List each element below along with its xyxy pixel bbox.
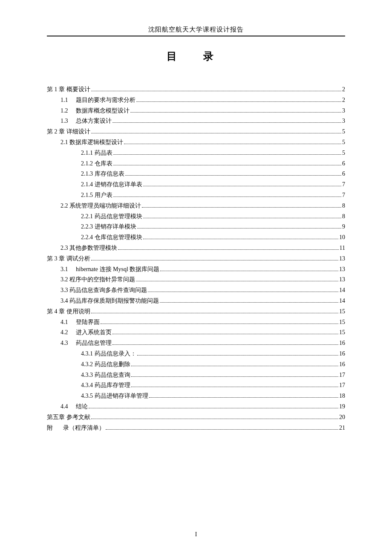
toc-entry-page: 17 (339, 380, 345, 390)
toc-leader-dots (113, 197, 342, 197)
toc-entry: 2.1 数据库逻辑模型设计5 (47, 137, 345, 147)
header-rule (47, 35, 345, 37)
toc-entry-label: 2.1.2 仓库表 (81, 159, 112, 169)
toc-entry-page: 5 (342, 148, 345, 158)
toc-entry-label: 2.1.4 进销存信息详单表 (81, 179, 142, 190)
toc-entry-label: 第 4 章 使用说明 (47, 306, 90, 317)
toc-leader-dots (142, 207, 341, 208)
toc-entry-label: 4.1登陆界面 (61, 317, 100, 327)
toc-entry-page: 18 (339, 391, 345, 401)
toc-entry-label: 4.3药品信息管理 (61, 338, 112, 348)
page-number: I (0, 531, 392, 538)
toc-entry: 3.2 程序中的空指针异常问题13 (47, 275, 345, 285)
toc-leader-dots (113, 154, 342, 155)
document-page: 沈阳航空航天大学课程设计报告 目 录 第 1 章 概要设计21.1题目的要求与需… (0, 0, 392, 450)
toc-entry-label: 4.4结论 (61, 402, 88, 412)
toc-entry-page: 8 (342, 211, 345, 222)
toc-entry-page: 2 (342, 95, 345, 105)
toc-entry-page: 13 (339, 275, 345, 285)
toc-leader-dots (112, 334, 338, 334)
toc-leader-dots (112, 344, 338, 345)
toc-entry-page: 7 (342, 179, 345, 190)
toc-entry: 第五章 参考文献20 (47, 412, 345, 422)
toc-entry-page: 14 (339, 296, 345, 306)
toc-title: 目 录 (47, 49, 345, 63)
toc-entry-page: 9 (342, 222, 345, 232)
toc-entry-page: 15 (339, 306, 345, 317)
toc-leader-dots (160, 302, 338, 303)
toc-leader-dots (131, 366, 339, 366)
toc-entry-page: 6 (342, 159, 345, 169)
toc-entry: 2.2.1 药品信息管理模块8 (47, 211, 345, 222)
toc-leader-dots (91, 260, 339, 260)
toc-leader-dots (91, 313, 339, 313)
toc-entry: 第 1 章 概要设计2 (47, 84, 345, 95)
toc-entry-label: 4.3.5 药品进销存详单管理 (81, 391, 148, 401)
toc-leader-dots (125, 175, 342, 176)
toc-entry: 2.2.4 仓库信息管理模块10 (47, 232, 345, 243)
toc-entry-page: 5 (342, 137, 345, 147)
toc-entry: 1.1题目的要求与需求分析2 (47, 95, 345, 105)
toc-entry: 2.3 其他参数管理模块11 (47, 243, 345, 253)
toc-entry-page: 8 (342, 201, 345, 211)
toc-entry-page: 21 (339, 423, 345, 433)
toc-entry-page: 13 (339, 264, 345, 275)
toc-entry-label: 1.2数据库概念模型设计 (61, 106, 130, 116)
toc-entry-label: 4.3.4 药品库存管理 (81, 380, 130, 390)
toc-entry: 4.4结论19 (47, 402, 345, 412)
toc-leader-dots (118, 249, 339, 250)
toc-entry-label: 第 1 章 概要设计 (47, 84, 90, 95)
toc-entry: 附录（程序清单）21 (47, 423, 345, 433)
toc-leader-dots (91, 419, 339, 419)
toc-entry: 1.3总体方案设计3 (47, 116, 345, 126)
toc-entry: 第 2 章 详细设计5 (47, 127, 345, 137)
toc-leader-dots (112, 122, 341, 123)
toc-leader-dots (91, 133, 342, 133)
toc-entry-label: 4.3.3 药品信息查询 (81, 370, 130, 380)
toc-entry: 4.3.3 药品信息查询17 (47, 370, 345, 380)
toc-leader-dots (148, 292, 338, 292)
toc-entry-page: 20 (339, 412, 345, 422)
toc-entry: 2.1.5 用户表7 (47, 190, 345, 200)
toc-entry-label: 第 3 章 调试分析 (47, 254, 90, 264)
toc-entry: 2.1.1 药品表5 (47, 148, 345, 158)
toc-entry-label: 第五章 参考文献 (47, 412, 90, 422)
toc-entry: 3.4 药品库存保质期到期报警功能问题14 (47, 296, 345, 306)
toc-entry-page: 6 (342, 169, 345, 179)
toc-leader-dots (131, 376, 339, 377)
toc-entry: 4.3.5 药品进销存详单管理18 (47, 391, 345, 401)
toc-entry: 2.1.2 仓库表6 (47, 159, 345, 169)
toc-entry: 1.2数据库概念模型设计3 (47, 106, 345, 116)
toc-entry: 4.3.4 药品库存管理17 (47, 380, 345, 390)
toc-leader-dots (143, 218, 342, 218)
toc-entry-page: 14 (339, 285, 345, 295)
toc-leader-dots (136, 281, 338, 281)
toc-entry-page: 13 (339, 254, 345, 264)
toc-leader-dots (137, 355, 339, 356)
toc-entry: 3.1hibernate 连接 Mysql 数据库问题 13 (47, 264, 345, 275)
toc-entry-label: 3.1hibernate 连接 Mysql 数据库问题 (61, 264, 159, 275)
toc-entry-page: 7 (342, 190, 345, 200)
toc-entry-label: 3.2 程序中的空指针异常问题 (61, 275, 135, 285)
toc-entry-page: 16 (339, 349, 345, 359)
toc-entry: 2.2.3 进销存详单模块9 (47, 222, 345, 232)
toc-leader-dots (89, 408, 338, 408)
toc-entry: 4.3.1 药品信息录入：16 (47, 349, 345, 359)
toc-entry-label: 2.2.1 药品信息管理模块 (81, 211, 142, 222)
toc-entry-label: 2.3 其他参数管理模块 (61, 243, 117, 253)
toc-entry-page: 15 (339, 317, 345, 327)
toc-entry-page: 3 (342, 116, 345, 126)
toc-entry-label: 2.1.5 用户表 (81, 190, 112, 200)
toc-entry: 4.2进入系统首页15 (47, 327, 345, 338)
toc-leader-dots (149, 397, 339, 398)
toc-entry: 3.3 药品信息查询多条件查询问题14 (47, 285, 345, 295)
toc-entry: 第 4 章 使用说明15 (47, 306, 345, 317)
toc-entry-label: 2.1 数据库逻辑模型设计 (61, 137, 123, 147)
toc-leader-dots (124, 144, 341, 144)
toc-entry-label: 2.1.3 库存信息表 (81, 169, 124, 179)
toc-entry-label: 第 2 章 详细设计 (47, 127, 90, 137)
toc-entry-label: 1.3总体方案设计 (61, 116, 112, 126)
toc-entry-label: 2.1.1 药品表 (81, 148, 112, 158)
toc-entry-label: 附录（程序清单） (47, 423, 105, 433)
toc-entry-page: 16 (339, 338, 345, 348)
